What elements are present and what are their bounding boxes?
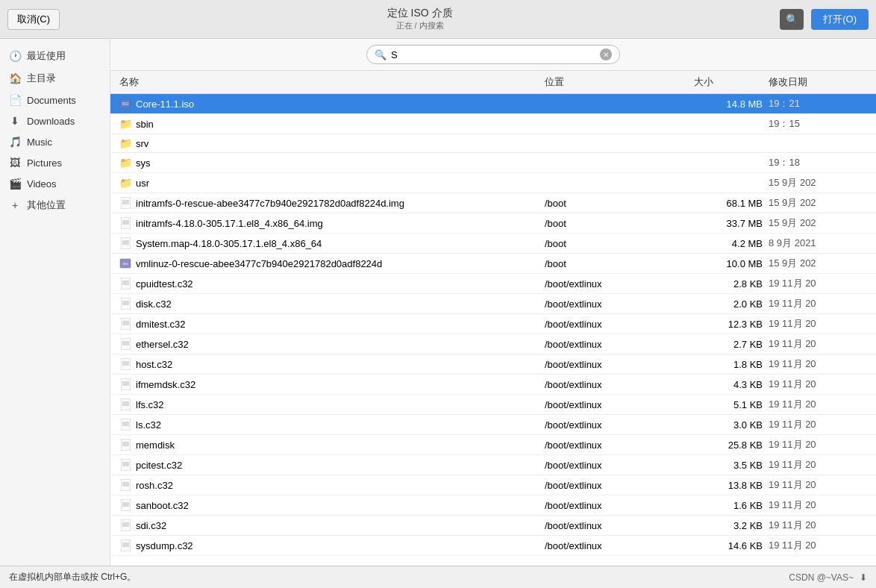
table-row[interactable]: sanboot.c32/boot/extlinux1.6 KB19 11月 20 xyxy=(110,495,876,516)
file-location-cell: /boot/extlinux xyxy=(542,398,691,412)
table-row[interactable]: sdi.c32/boot/extlinux3.2 KB19 11月 20 xyxy=(110,516,876,536)
file-modified-cell: 19 11月 20 xyxy=(766,416,870,433)
file-size-cell: 33.7 MB xyxy=(691,216,766,231)
table-row[interactable]: pcitest.c32/boot/extlinux3.5 KB19 11月 20 xyxy=(110,455,876,475)
file-name-text: host.c32 xyxy=(136,359,172,370)
sidebar-item-recent[interactable]: 🕐最近使用 xyxy=(0,45,110,67)
table-row[interactable]: lfs.c32/boot/extlinux5.1 KB19 11月 20 xyxy=(110,395,876,415)
table-row[interactable]: initramfs-0-rescue-abee3477c7b940e292178… xyxy=(110,193,876,213)
file-modified-cell: 19 11月 20 xyxy=(766,517,870,534)
table-row[interactable]: 📁sys19：18 xyxy=(110,153,876,173)
statusbar-right: CSDN @~VAS~ ⬇ xyxy=(789,572,867,583)
file-name-cell: System.map-4.18.0-305.17.1.el8_4.x86_64 xyxy=(116,236,542,251)
sidebar-icon-other: + xyxy=(9,199,21,211)
file-size-cell: 68.1 MB xyxy=(691,196,766,210)
svg-rect-60 xyxy=(121,499,131,511)
file-location-cell: /boot xyxy=(542,216,691,231)
file-name-cell: 📁usr xyxy=(116,175,542,190)
file-location-cell xyxy=(542,142,691,145)
svg-rect-64 xyxy=(121,519,131,531)
file-location-cell xyxy=(542,102,691,105)
file-name-cell: lfs.c32 xyxy=(116,397,542,412)
table-row[interactable]: memdisk/boot/extlinux25.8 KB19 11月 20 xyxy=(110,435,876,455)
table-row[interactable]: 📁srv xyxy=(110,134,876,153)
table-row[interactable]: cpuidtest.c32/boot/extlinux2.8 KB19 11月 … xyxy=(110,274,876,294)
table-row[interactable]: host.c32/boot/extlinux1.8 KB19 11月 20 xyxy=(110,354,876,375)
file-name-text: usr xyxy=(136,178,149,189)
statusbar: 在虚拟机内部单击或按 Ctrl+G。 CSDN @~VAS~ ⬇ xyxy=(0,566,876,588)
svg-rect-16 xyxy=(121,278,131,290)
file-size-cell: 14.8 MB xyxy=(691,97,766,111)
cancel-button[interactable]: 取消(C) xyxy=(7,9,60,30)
table-row[interactable]: System.map-4.18.0-305.17.1.el8_4.x86_64/… xyxy=(110,234,876,254)
file-location-cell: /boot/extlinux xyxy=(542,277,691,291)
main-layout: 🕐最近使用🏠主目录📄Documents⬇Downloads🎵Music🖼Pict… xyxy=(0,39,876,566)
sidebar-label-music: Music xyxy=(27,137,52,148)
search-input[interactable] xyxy=(391,49,595,60)
file-name-text: Core-11.1.iso xyxy=(136,98,194,110)
titlebar-search-icon-button[interactable]: 🔍 xyxy=(780,9,804,30)
file-name-cell: initramfs-0-rescue-abee3477c7b940e292178… xyxy=(116,196,542,210)
col-modified: 修改日期 xyxy=(766,74,870,90)
sidebar-icon-documents: 📄 xyxy=(9,94,21,106)
table-row[interactable]: rosh.c32/boot/extlinux13.8 KB19 11月 20 xyxy=(110,475,876,495)
table-row[interactable]: ISOCore-11.1.iso14.8 MB19：21 xyxy=(110,94,876,114)
file-doc-icon xyxy=(119,318,131,330)
search-wrapper: 🔍 ✕ xyxy=(366,45,620,64)
file-modified-cell: 19 11月 20 xyxy=(766,336,870,352)
file-doc-icon xyxy=(119,459,131,471)
sidebar-icon-recent: 🕐 xyxy=(9,50,21,62)
file-name-text: sbin xyxy=(136,119,154,130)
table-row[interactable]: ifmemdsk.c32/boot/extlinux4.3 KB19 11月 2… xyxy=(110,375,876,395)
file-name-cell: initramfs-4.18.0-305.17.1.el8_4.x86_64.i… xyxy=(116,216,542,231)
file-size-cell: 5.1 KB xyxy=(691,398,766,412)
file-location-cell xyxy=(542,161,691,164)
table-row[interactable]: dmitest.c32/boot/extlinux12.3 KB19 11月 2… xyxy=(110,314,876,334)
file-modified-cell: 19：15 xyxy=(766,116,870,132)
file-doc-icon xyxy=(119,197,131,209)
file-modified-cell: 19：18 xyxy=(766,154,870,171)
table-row[interactable]: 📁usr15 9月 202 xyxy=(110,173,876,193)
file-modified-cell: 8 9月 2021 xyxy=(766,235,870,251)
file-name-text: initramfs-4.18.0-305.17.1.el8_4.x86_64.i… xyxy=(136,218,323,229)
sidebar-item-pictures[interactable]: 🖼Pictures xyxy=(0,152,110,173)
table-row[interactable]: disk.c32/boot/extlinux2.0 KB19 11月 20 xyxy=(110,294,876,314)
sidebar-item-other[interactable]: +其他位置 xyxy=(0,194,110,216)
search-icon: 🔍 xyxy=(375,49,387,60)
col-location: 位置 xyxy=(542,74,691,90)
col-name: 名称 xyxy=(116,74,542,90)
table-row[interactable]: ethersel.c32/boot/extlinux2.7 KB19 11月 2… xyxy=(110,334,876,354)
file-name-text: sdi.c32 xyxy=(136,520,166,531)
svg-rect-44 xyxy=(121,419,131,431)
file-modified-cell: 15 9月 202 xyxy=(766,195,870,211)
sidebar-item-home[interactable]: 🏠主目录 xyxy=(0,67,110,90)
sidebar-item-downloads[interactable]: ⬇Downloads xyxy=(0,110,110,131)
table-row[interactable]: BINvmlinuz-0-rescue-abee3477c7b940e29217… xyxy=(110,254,876,274)
search-clear-button[interactable]: ✕ xyxy=(600,49,612,60)
folder-icon: 📁 xyxy=(119,157,131,169)
file-location-cell: /boot xyxy=(542,257,691,271)
titlebar-title: 定位 ISO 介质 xyxy=(67,7,772,20)
sidebar-icon-home: 🏠 xyxy=(9,72,21,84)
sidebar-item-documents[interactable]: 📄Documents xyxy=(0,90,110,110)
file-modified-cell: 19 11月 20 xyxy=(766,376,870,392)
file-name-cell: BINvmlinuz-0-rescue-abee3477c7b940e29217… xyxy=(116,256,542,271)
table-row[interactable]: ls.c32/boot/extlinux3.0 KB19 11月 20 xyxy=(110,415,876,435)
svg-rect-36 xyxy=(121,378,131,390)
col-size: 大小 xyxy=(691,74,766,90)
open-button[interactable]: 打开(O) xyxy=(811,9,869,30)
file-doc-icon xyxy=(119,278,131,290)
table-row[interactable]: initramfs-4.18.0-305.17.1.el8_4.x86_64.i… xyxy=(110,213,876,234)
file-location-cell: /boot/extlinux xyxy=(542,378,691,392)
sidebar-item-videos[interactable]: 🎬Videos xyxy=(0,173,110,194)
table-row[interactable]: 📁sbin19：15 xyxy=(110,114,876,134)
folder-icon: 📁 xyxy=(119,177,131,189)
file-location-cell: /boot xyxy=(542,237,691,251)
file-name-cell: 📁sbin xyxy=(116,116,542,131)
file-doc-icon xyxy=(119,358,131,370)
file-size-cell: 1.8 KB xyxy=(691,357,766,372)
table-row[interactable]: sysdump.c32/boot/extlinux14.6 KB19 11月 2… xyxy=(110,536,876,556)
file-name-cell: rosh.c32 xyxy=(116,478,542,492)
folder-icon: 📁 xyxy=(119,118,131,130)
sidebar-item-music[interactable]: 🎵Music xyxy=(0,131,110,152)
